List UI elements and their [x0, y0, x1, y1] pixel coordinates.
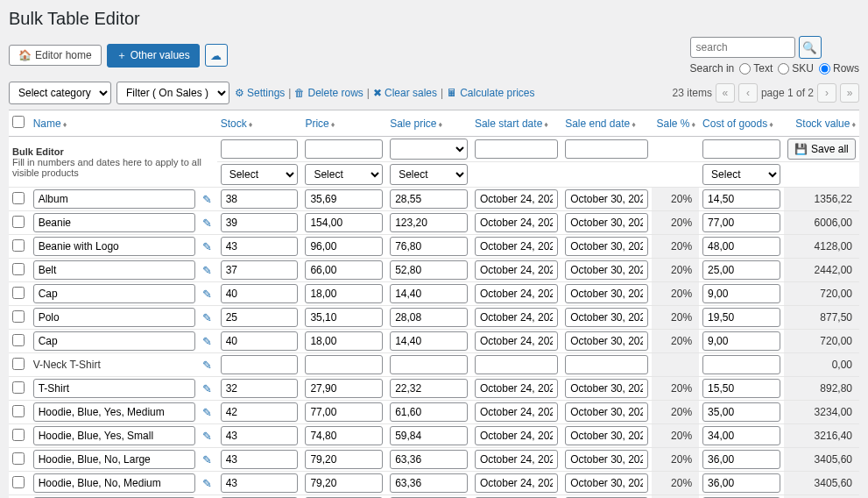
row-start-input[interactable]: [475, 355, 558, 374]
row-price-input[interactable]: [305, 355, 383, 374]
row-start-input[interactable]: [475, 284, 558, 303]
row-price-input[interactable]: [305, 450, 383, 469]
edit-icon[interactable]: ✎: [202, 359, 212, 372]
row-name-input[interactable]: [33, 308, 196, 327]
row-checkbox[interactable]: [12, 334, 25, 346]
edit-icon[interactable]: ✎: [202, 335, 212, 348]
col-stock-value[interactable]: Stock value♦: [795, 117, 856, 130]
col-cost[interactable]: Cost of goods♦: [702, 117, 773, 130]
edit-icon[interactable]: ✎: [202, 382, 212, 395]
filter-select[interactable]: Filter ( On Sales ): [116, 82, 229, 104]
row-price-input[interactable]: [305, 331, 383, 351]
bulk-price-input[interactable]: [305, 139, 383, 159]
edit-icon[interactable]: ✎: [202, 240, 212, 253]
row-cost-input[interactable]: [702, 331, 780, 351]
col-sale-start[interactable]: Sale start date♦: [475, 117, 548, 130]
col-price[interactable]: Price♦: [305, 117, 335, 130]
row-start-input[interactable]: [475, 402, 558, 422]
row-price-input[interactable]: [305, 284, 383, 303]
col-stock[interactable]: Stock♦: [221, 117, 253, 130]
row-checkbox[interactable]: [12, 263, 25, 275]
row-name-input[interactable]: [33, 473, 196, 493]
edit-icon[interactable]: ✎: [202, 217, 212, 230]
row-stock-input[interactable]: [221, 426, 299, 445]
row-start-input[interactable]: [475, 308, 558, 327]
row-stock-input[interactable]: [221, 308, 299, 327]
row-price-input[interactable]: [305, 213, 383, 232]
row-checkbox[interactable]: [12, 405, 25, 417]
row-checkbox[interactable]: [12, 358, 25, 370]
row-name-input[interactable]: [33, 450, 196, 469]
row-stock-input[interactable]: [221, 284, 299, 303]
row-sale-input[interactable]: [390, 189, 468, 209]
row-stock-input[interactable]: [221, 355, 299, 374]
row-name-input[interactable]: [33, 189, 196, 209]
page-last[interactable]: »: [840, 83, 859, 103]
row-sale-input[interactable]: [390, 213, 468, 232]
col-name[interactable]: Name♦: [33, 117, 67, 130]
row-sale-input[interactable]: [390, 426, 468, 445]
select-all-checkbox[interactable]: [12, 116, 25, 128]
bulk-stock-input[interactable]: [221, 139, 299, 159]
bulk-stock-select[interactable]: Select: [221, 164, 299, 185]
row-sale-input[interactable]: [390, 355, 468, 374]
row-start-input[interactable]: [475, 450, 558, 469]
bulk-end-input[interactable]: [565, 139, 648, 159]
row-cost-input[interactable]: [702, 426, 780, 445]
edit-icon[interactable]: ✎: [202, 406, 212, 419]
row-cost-input[interactable]: [702, 402, 780, 422]
row-price-input[interactable]: [305, 426, 383, 445]
row-end-input[interactable]: [565, 402, 648, 422]
row-cost-input[interactable]: [702, 308, 780, 327]
page-prev[interactable]: ‹: [738, 83, 758, 103]
row-start-input[interactable]: [475, 189, 558, 209]
row-sale-input[interactable]: [390, 450, 468, 469]
page-next[interactable]: ›: [817, 83, 836, 103]
row-sale-input[interactable]: [390, 402, 468, 422]
row-price-input[interactable]: [305, 379, 383, 398]
row-sale-input[interactable]: [390, 284, 468, 303]
bulk-cost-select[interactable]: Select: [702, 164, 780, 185]
row-stock-input[interactable]: [221, 379, 299, 398]
row-cost-input[interactable]: [702, 379, 780, 398]
row-end-input[interactable]: [565, 308, 648, 327]
clear-sales-link[interactable]: ✖Clear sales: [373, 87, 437, 99]
row-name-input[interactable]: [33, 426, 196, 445]
calc-prices-link[interactable]: 🖩Calculate prices: [447, 87, 534, 99]
edit-icon[interactable]: ✎: [202, 288, 212, 301]
row-price-input[interactable]: [305, 473, 383, 493]
edit-icon[interactable]: ✎: [202, 453, 212, 466]
row-cost-input[interactable]: [702, 284, 780, 303]
delete-rows-link[interactable]: 🗑Delete rows: [294, 87, 363, 99]
row-start-input[interactable]: [475, 260, 558, 280]
edit-icon[interactable]: ✎: [202, 311, 212, 324]
row-stock-input[interactable]: [221, 473, 299, 493]
row-name-input[interactable]: [33, 237, 196, 256]
row-end-input[interactable]: [565, 189, 648, 209]
row-stock-input[interactable]: [221, 450, 299, 469]
row-stock-input[interactable]: [221, 213, 299, 232]
row-price-input[interactable]: [305, 308, 383, 327]
row-name-input[interactable]: [33, 331, 196, 351]
edit-icon[interactable]: ✎: [202, 264, 212, 277]
row-end-input[interactable]: [565, 355, 648, 374]
row-name-input[interactable]: [33, 213, 196, 232]
page-first[interactable]: «: [716, 83, 735, 103]
row-sale-input[interactable]: [390, 379, 468, 398]
row-end-input[interactable]: [565, 284, 648, 303]
row-cost-input[interactable]: [702, 189, 780, 209]
row-start-input[interactable]: [475, 213, 558, 232]
row-start-input[interactable]: [475, 426, 558, 445]
save-all-button[interactable]: 💾Save all: [787, 139, 856, 160]
row-stock-input[interactable]: [221, 237, 299, 256]
row-stock-input[interactable]: [221, 402, 299, 422]
row-sale-input[interactable]: [390, 308, 468, 327]
settings-link[interactable]: ⚙Settings: [235, 87, 285, 99]
radio-text[interactable]: Text: [739, 62, 773, 75]
row-sale-input[interactable]: [390, 237, 468, 256]
bulk-sale-input[interactable]: [390, 139, 468, 160]
edit-icon[interactable]: ✎: [202, 430, 212, 443]
row-end-input[interactable]: [565, 426, 648, 445]
row-name-input[interactable]: [33, 260, 196, 280]
col-sale-end[interactable]: Sale end date♦: [565, 117, 636, 130]
